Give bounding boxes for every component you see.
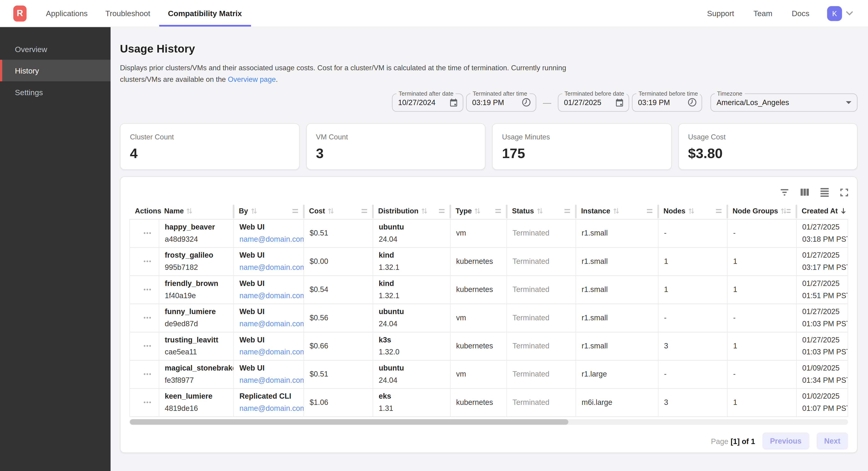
row-actions-menu-button[interactable] [141, 315, 153, 321]
next-page-button[interactable]: Next [816, 433, 848, 449]
node-groups-cell: 1 [727, 332, 797, 360]
column-header-status[interactable]: Status [506, 203, 576, 219]
column-header-instance[interactable]: Instance [576, 203, 658, 219]
row-actions-menu-button[interactable] [141, 343, 153, 349]
column-resize-handle[interactable] [292, 209, 298, 213]
table-row: friendly_brown1f40a19eWeb UIname@domain.… [130, 276, 847, 304]
distribution-cell: kind1.32.1 [373, 276, 451, 303]
by-cell: Web UIname@domain.com [234, 360, 304, 388]
table-row: happy_beavera48d9324Web UIname@domain.co… [130, 219, 847, 247]
sort-icon[interactable] [328, 207, 334, 214]
user-avatar[interactable]: K [827, 6, 842, 21]
sort-icon[interactable] [781, 207, 787, 214]
sidebar-item-settings[interactable]: Settings [0, 81, 111, 103]
instance-cell: m6i.large [576, 388, 659, 416]
filter-icon[interactable] [780, 188, 789, 196]
sort-desc-icon[interactable] [841, 207, 846, 214]
created-date: 01/27/2025 [802, 279, 847, 288]
previous-page-button[interactable]: Previous [762, 433, 809, 449]
replicated-logo[interactable]: R [13, 5, 27, 22]
terminated-before-time-field[interactable]: Terminated before time 03:19 PM [632, 93, 702, 112]
calendar-icon[interactable] [449, 98, 458, 107]
horizontal-scrollbar-track[interactable] [129, 419, 848, 424]
column-resize-handle[interactable] [495, 209, 501, 213]
column-header-nodes[interactable]: Nodes [658, 203, 727, 219]
type-cell: kubernetes [451, 276, 507, 303]
density-icon[interactable] [820, 188, 829, 197]
created-by-email-link[interactable]: name@domain.com [239, 263, 303, 272]
column-resize-handle[interactable] [647, 209, 652, 213]
cluster-name: funny_lumiere [165, 307, 234, 316]
cost-cell: $1.06 [304, 388, 373, 416]
horizontal-scrollbar-thumb[interactable] [130, 419, 568, 424]
sort-icon[interactable] [688, 207, 694, 214]
nav-link-support[interactable]: Support [707, 9, 734, 18]
actions-cell [130, 304, 159, 332]
row-actions-menu-button[interactable] [141, 399, 153, 405]
terminated-before-date-value[interactable]: 01/27/2025 [564, 98, 611, 107]
created-by-method: Web UI [239, 223, 303, 231]
columns-icon[interactable] [801, 189, 809, 196]
dropdown-arrow-icon[interactable] [846, 101, 852, 104]
row-actions-menu-button[interactable] [141, 371, 153, 377]
created-by-method: Web UI [239, 279, 303, 288]
column-header-node-groups[interactable]: Node Groups [727, 203, 796, 219]
dot [146, 232, 148, 234]
sort-icon[interactable] [251, 207, 257, 214]
column-resize-handle[interactable] [362, 209, 367, 213]
clock-icon[interactable] [521, 97, 531, 107]
created-by-email-link[interactable]: name@domain.com [239, 348, 303, 356]
dot [149, 373, 151, 375]
created-by-email-link[interactable]: name@domain.com [239, 292, 303, 300]
timezone-select[interactable]: Timezone America/Los_Angeles [710, 93, 858, 112]
pagination: Page[1] of 1 Previous Next [129, 428, 848, 454]
stat-value: $3.80 [688, 145, 847, 161]
tab-compatibility-matrix[interactable]: Compatibility Matrix [159, 0, 251, 27]
nav-link-docs[interactable]: Docs [792, 9, 809, 18]
terminated-after-date-value[interactable]: 10/27/2024 [398, 98, 445, 107]
created-by-email-link[interactable]: name@domain.com [239, 404, 303, 413]
sidebar-item-overview[interactable]: Overview [0, 38, 111, 60]
nav-link-team[interactable]: Team [753, 9, 772, 18]
row-actions-menu-button[interactable] [141, 287, 153, 292]
sort-icon[interactable] [187, 207, 193, 214]
chevron-down-icon[interactable] [846, 11, 853, 16]
column-resize-handle[interactable] [716, 209, 721, 213]
terminated-before-time-value[interactable]: 03:19 PM [638, 98, 684, 107]
column-header-distribution[interactable]: Distribution [373, 203, 450, 219]
created-by-email-link[interactable]: name@domain.com [239, 320, 303, 328]
fullscreen-icon[interactable] [840, 188, 848, 196]
terminated-before-date-field[interactable]: Terminated before date 01/27/2025 [558, 93, 629, 112]
overview-page-link[interactable]: Overview page [228, 75, 276, 83]
column-header-type[interactable]: Type [450, 203, 506, 219]
created-by-email-link[interactable]: name@domain.com [239, 376, 303, 384]
column-resize-handle[interactable] [439, 209, 444, 213]
row-actions-menu-button[interactable] [141, 230, 153, 236]
tab-troubleshoot[interactable]: Troubleshoot [96, 0, 159, 27]
column-header-created-at[interactable]: Created At [796, 203, 848, 219]
created-by-email-link[interactable]: name@domain.com [239, 235, 303, 243]
sidebar-item-history[interactable]: History [0, 60, 111, 81]
column-header-by[interactable]: By [234, 203, 304, 219]
column-header-name[interactable]: Name [159, 203, 234, 219]
tab-applications[interactable]: Applications [37, 0, 96, 27]
distribution-cell: ubuntu24.04 [373, 360, 451, 388]
column-resize-handle[interactable] [787, 209, 790, 213]
row-actions-menu-button[interactable] [141, 258, 153, 264]
column-header-cost[interactable]: Cost [304, 203, 373, 219]
stat-card-usage-minutes: Usage Minutes 175 [492, 123, 672, 170]
sort-icon[interactable] [421, 207, 427, 214]
timezone-value[interactable]: America/Los_Angeles [716, 98, 842, 107]
sort-icon[interactable] [613, 207, 619, 214]
sort-icon[interactable] [537, 207, 543, 214]
distribution-name: ubuntu [379, 307, 450, 316]
sort-icon[interactable] [474, 207, 480, 214]
terminated-after-time-field[interactable]: Terminated after time 03:19 PM [466, 93, 536, 112]
dot [149, 232, 151, 234]
calendar-icon[interactable] [615, 98, 624, 107]
column-resize-handle[interactable] [564, 209, 570, 213]
instance-cell: r1.small [576, 304, 659, 332]
terminated-after-time-value[interactable]: 03:19 PM [472, 98, 518, 107]
terminated-after-date-field[interactable]: Terminated after date 10/27/2024 [392, 93, 464, 112]
clock-icon[interactable] [687, 97, 697, 107]
